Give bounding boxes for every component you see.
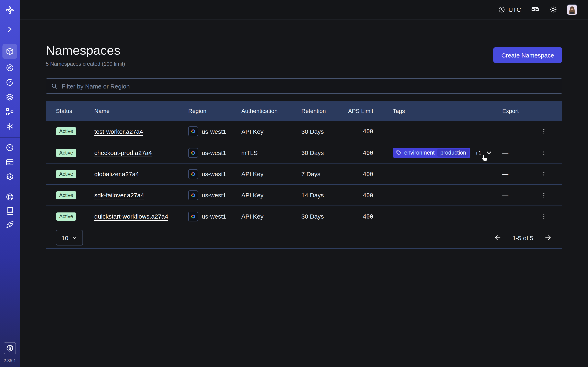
sidebar-divider <box>0 137 20 138</box>
status-badge: Active <box>56 127 76 135</box>
aps-limit-cell: 400 <box>363 171 373 177</box>
temporal-logo-icon[interactable] <box>4 4 16 16</box>
aps-limit-cell: 400 <box>363 150 373 156</box>
next-page-button[interactable] <box>544 234 552 242</box>
retention-cell: 30 Days <box>301 128 348 135</box>
timezone-label: UTC <box>508 6 521 13</box>
sidebar-item-namespaces[interactable] <box>2 44 17 59</box>
row-menu-button[interactable] <box>539 190 549 200</box>
main-content: Namespaces 5 Namespaces created (100 lim… <box>20 20 588 367</box>
status-badge: Active <box>56 191 76 199</box>
auth-cell: mTLS <box>241 149 301 156</box>
tags-expand-chevron-icon[interactable] <box>486 150 492 156</box>
sidebar: 2.35.1 <box>0 0 20 367</box>
sidebar-item-usage[interactable] <box>4 142 16 153</box>
sidebar-item-nexus[interactable] <box>4 106 16 117</box>
status-badge: Active <box>56 212 76 220</box>
namespace-link[interactable]: globalizer.a27a4 <box>94 170 139 177</box>
status-badge: Active <box>56 149 76 157</box>
export-cell: — <box>502 149 535 156</box>
table-row: Active globalizer.a27a4 us-west1 API Key… <box>46 163 562 184</box>
app-version: 2.35.1 <box>3 358 16 363</box>
status-badge: Active <box>56 170 76 178</box>
namespace-link[interactable]: quickstart-workflows.a27a4 <box>94 213 168 220</box>
sidebar-item-worker-deployments[interactable] <box>4 91 16 103</box>
page-size-select[interactable]: 10 <box>56 230 83 245</box>
search-icon <box>51 83 58 89</box>
user-avatar[interactable] <box>567 4 577 15</box>
tags-group: environment production +1 <box>393 148 502 158</box>
theme-toggle-sun-button[interactable] <box>549 6 557 13</box>
create-namespace-button[interactable]: Create Namespace <box>493 47 562 63</box>
region-label: us-west1 <box>202 192 226 199</box>
col-header-authentication: Authentication <box>241 108 301 114</box>
aps-limit-cell: 400 <box>363 128 373 134</box>
google-cloud-icon <box>188 211 198 221</box>
filter-input[interactable] <box>62 83 557 90</box>
table-row: Active checkout-prod.a27a4 us-west1 mTLS… <box>46 142 562 163</box>
auth-cell: API Key <box>241 192 301 199</box>
col-header-retention: Retention <box>301 108 348 114</box>
row-menu-button[interactable] <box>539 126 549 136</box>
filter-bar <box>46 78 562 94</box>
namespaces-table: Status Name Region Authentication Retent… <box>46 101 562 249</box>
auth-cell: API Key <box>241 170 301 177</box>
sidebar-expand-button[interactable] <box>4 24 16 35</box>
sidebar-item-batch-operations[interactable] <box>4 121 16 132</box>
col-header-aps-limit: APS Limit <box>348 108 373 114</box>
google-cloud-icon <box>188 169 198 179</box>
tag-pill[interactable]: environment production <box>393 148 471 158</box>
sidebar-item-docs[interactable] <box>4 205 16 217</box>
col-header-export: Export <box>502 108 535 114</box>
clock-icon <box>498 6 505 13</box>
sidebar-divider <box>0 187 20 187</box>
col-header-region: Region <box>188 108 241 114</box>
col-header-tags: Tags <box>393 108 502 114</box>
sidebar-item-workflows[interactable] <box>4 62 16 73</box>
app-window: 2.35.1 UTC <box>0 0 588 367</box>
google-cloud-icon <box>188 126 198 136</box>
sidebar-item-settings[interactable] <box>4 171 16 183</box>
tag-value: production <box>438 149 469 157</box>
google-cloud-icon <box>188 190 198 200</box>
topbar: UTC <box>20 0 588 20</box>
sidebar-item-getting-started[interactable] <box>4 219 16 230</box>
region-label: us-west1 <box>202 213 226 220</box>
export-cell: — <box>502 192 535 199</box>
retention-cell: 30 Days <box>301 213 348 220</box>
table-row: Active sdk-failover.a27a4 us-west1 API K… <box>46 184 562 206</box>
table-header-row: Status Name Region Authentication Retent… <box>46 101 562 121</box>
export-cell: — <box>502 128 535 135</box>
col-header-status: Status <box>56 108 94 114</box>
region-label: us-west1 <box>202 128 226 135</box>
tag-key: environment <box>404 150 435 156</box>
timezone-button[interactable]: UTC <box>498 6 521 13</box>
row-menu-button[interactable] <box>539 148 549 158</box>
namespace-link[interactable]: checkout-prod.a27a4 <box>94 149 152 156</box>
sidebar-item-schedules[interactable] <box>4 77 16 88</box>
row-menu-button[interactable] <box>539 169 549 179</box>
tags-more-count: +1 <box>475 150 482 156</box>
labs-glasses-button[interactable] <box>531 5 539 14</box>
credits-button[interactable] <box>4 342 16 354</box>
auth-cell: API Key <box>241 213 301 220</box>
col-header-name: Name <box>94 108 188 114</box>
table-footer: 10 1-5 of 5 <box>46 227 562 248</box>
retention-cell: 30 Days <box>301 149 348 156</box>
aps-limit-cell: 400 <box>363 192 373 198</box>
previous-page-button[interactable] <box>494 234 502 242</box>
chevron-down-icon <box>72 235 77 240</box>
namespace-link[interactable]: sdk-failover.a27a4 <box>94 192 144 199</box>
region-label: us-west1 <box>202 149 226 156</box>
google-cloud-icon <box>188 148 198 158</box>
export-cell: — <box>502 213 535 220</box>
namespace-link[interactable]: test-worker.a27a4 <box>94 128 143 135</box>
table-row: Active test-worker.a27a4 us-west1 API Ke… <box>46 121 562 142</box>
row-menu-button[interactable] <box>539 211 549 221</box>
sidebar-item-support[interactable] <box>4 191 16 203</box>
sidebar-item-billing[interactable] <box>4 157 16 168</box>
region-label: us-west1 <box>202 170 226 177</box>
tag-icon <box>396 150 401 155</box>
retention-cell: 14 Days <box>301 192 348 199</box>
page-subtitle: 5 Namespaces created (100 limit) <box>46 61 125 67</box>
